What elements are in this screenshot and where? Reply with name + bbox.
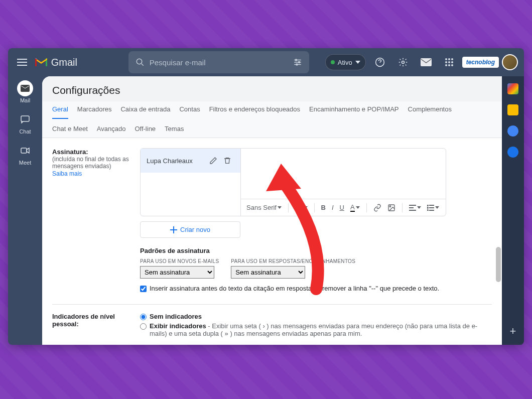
gear-icon — [398, 57, 408, 67]
bold-button[interactable]: B — [320, 203, 327, 212]
content-panel: Configurações Geral Marcadores Caixa de … — [42, 76, 502, 345]
settings-tabs: Geral Marcadores Caixa de entrada Contas… — [42, 101, 502, 138]
svg-point-12 — [451, 61, 453, 63]
apps-grid-icon — [445, 58, 454, 67]
text-color-button[interactable]: A — [349, 202, 361, 213]
edit-signature-button[interactable] — [206, 154, 220, 168]
signature-editor: Sans Serif тT B I U A — [241, 149, 446, 216]
no-indicators-label: Sem indicadores — [150, 313, 202, 320]
tab-chat-meet[interactable]: Chat e Meet — [52, 121, 88, 138]
svg-point-21 — [427, 205, 428, 206]
svg-point-5 — [402, 61, 404, 64]
tab-offline[interactable]: Off-line — [135, 121, 156, 138]
search-box[interactable] — [128, 51, 309, 73]
font-size-dropdown[interactable]: тT — [294, 203, 309, 212]
signature-canvas[interactable] — [241, 149, 446, 199]
tab-complementos[interactable]: Complementos — [408, 101, 452, 119]
signature-item-name: Lupa Charleaux — [147, 157, 206, 165]
insert-image-button[interactable] — [386, 203, 397, 213]
rail-meet[interactable]: Meet — [17, 143, 33, 166]
insert-before-quote-checkbox[interactable] — [140, 286, 147, 292]
search-options-icon[interactable] — [293, 58, 302, 67]
logo-area[interactable]: Gmail — [34, 57, 124, 68]
help-icon — [375, 57, 385, 67]
settings-button[interactable] — [393, 52, 413, 72]
account-avatar[interactable] — [502, 54, 518, 70]
signature-learn-more-link[interactable]: Saiba mais — [52, 170, 82, 177]
app-name: Gmail — [51, 57, 77, 68]
svg-point-20 — [389, 206, 391, 207]
new-emails-select[interactable]: Sem assinatura — [140, 266, 214, 279]
font-family-dropdown[interactable]: Sans Serif — [245, 203, 283, 212]
mail-dropdown-button[interactable] — [416, 52, 436, 72]
status-chip[interactable]: Ativo — [325, 54, 366, 70]
contacts-addon-icon[interactable] — [507, 147, 518, 158]
svg-rect-6 — [421, 58, 432, 66]
show-indicators-radio[interactable] — [140, 323, 147, 330]
svg-point-14 — [448, 64, 450, 66]
svg-point-11 — [448, 61, 450, 63]
new-emails-label: PARA USO EM NOVOS E-MAILS — [140, 258, 219, 264]
underline-button[interactable]: U — [338, 203, 346, 212]
tab-geral[interactable]: Geral — [52, 101, 68, 119]
get-addons-button[interactable]: + — [510, 325, 516, 338]
tab-filtros[interactable]: Filtros e endereços bloqueados — [209, 101, 300, 119]
calendar-addon-icon[interactable] — [507, 83, 518, 94]
menu-button[interactable] — [14, 50, 30, 74]
right-side-panel: + — [502, 76, 524, 345]
caret-down-icon — [435, 206, 439, 209]
tab-encaminhamento[interactable]: Encaminhamento e POP/IMAP — [309, 101, 398, 119]
tab-inbox[interactable]: Caixa de entrada — [120, 101, 170, 119]
scrollbar-thumb[interactable] — [496, 247, 501, 282]
no-indicators-radio[interactable] — [140, 314, 147, 320]
image-icon — [387, 204, 395, 212]
svg-point-10 — [445, 61, 447, 63]
indicators-options: Sem indicadores Exibir indicadores - Exi… — [140, 313, 492, 339]
tab-temas[interactable]: Temas — [165, 121, 184, 138]
video-icon — [17, 143, 33, 159]
svg-point-2 — [298, 62, 300, 63]
indicators-section: Indicadores de nível pessoal: Sem indica… — [52, 310, 492, 345]
keep-addon-icon[interactable] — [507, 104, 518, 115]
rail-chat[interactable]: Chat — [17, 111, 33, 135]
italic-button[interactable]: I — [330, 203, 335, 212]
rail-mail[interactable]: Mail — [17, 80, 33, 103]
caret-down-icon — [304, 206, 308, 209]
list-button[interactable] — [426, 204, 441, 212]
caret-down-icon — [356, 206, 360, 209]
svg-point-9 — [451, 58, 453, 60]
insert-link-button[interactable] — [372, 203, 383, 213]
app-window: Gmail Ativo tecnoblog — [8, 48, 524, 345]
settings-body[interactable]: Assinatura: (incluída no final de todas … — [42, 138, 502, 345]
signature-label-col: Assinatura: (incluída no final de todas … — [52, 148, 140, 292]
rail-chat-label: Chat — [19, 128, 31, 135]
svg-rect-18 — [21, 148, 27, 153]
signature-title: Assinatura: — [52, 148, 140, 156]
tab-marcadores[interactable]: Marcadores — [77, 101, 112, 119]
svg-point-1 — [295, 59, 297, 61]
delete-signature-button[interactable] — [220, 154, 234, 168]
tab-avancado[interactable]: Avançado — [97, 121, 126, 138]
create-new-label: Criar novo — [180, 226, 210, 233]
envelope-icon — [421, 58, 432, 67]
apps-button[interactable] — [439, 52, 459, 72]
svg-point-8 — [448, 58, 450, 60]
help-button[interactable] — [370, 52, 390, 72]
search-input[interactable] — [150, 58, 288, 67]
svg-point-13 — [445, 64, 447, 66]
search-icon — [136, 58, 145, 67]
caret-down-icon — [278, 206, 282, 209]
svg-point-15 — [451, 64, 453, 66]
tasks-addon-icon[interactable] — [507, 125, 518, 137]
replies-select[interactable]: Sem assinatura — [231, 266, 305, 279]
indicators-title: Indicadores de nível pessoal: — [52, 313, 140, 328]
align-button[interactable] — [408, 204, 423, 212]
top-bar: Gmail Ativo tecnoblog — [8, 48, 524, 76]
signature-item[interactable]: Lupa Charleaux — [141, 149, 240, 173]
create-signature-button[interactable]: Criar novo — [140, 221, 240, 238]
signature-toolbar: Sans Serif тT B I U A — [241, 199, 446, 216]
top-right-icons: tecnoblog — [370, 52, 518, 72]
replies-label: PARA USO EM RESPOSTAS/ENCAMINHAMENTOS — [231, 258, 355, 264]
tab-contas[interactable]: Contas — [179, 101, 200, 119]
caret-down-icon — [417, 206, 421, 209]
